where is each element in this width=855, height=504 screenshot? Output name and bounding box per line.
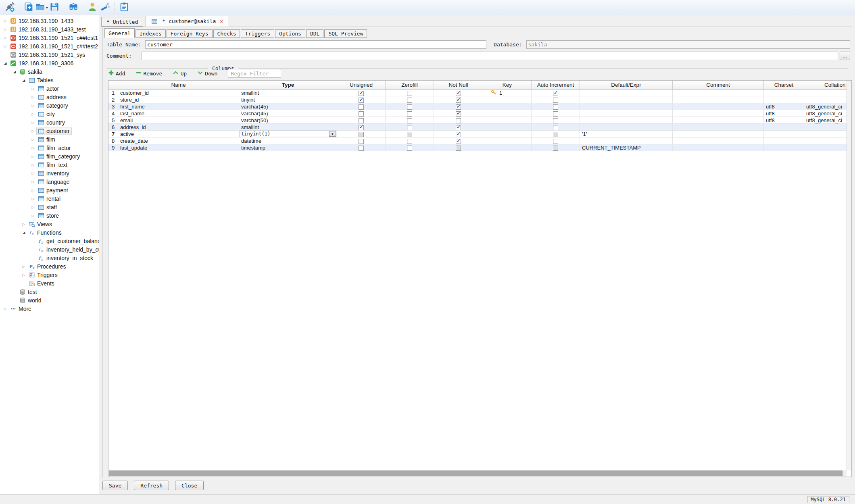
auto-increment[interactable] bbox=[532, 124, 580, 131]
zerofill[interactable] bbox=[386, 137, 434, 144]
zerofill[interactable] bbox=[386, 103, 434, 110]
not-null-checkbox[interactable] bbox=[456, 132, 461, 137]
designer-tab-options[interactable]: Options bbox=[275, 29, 305, 38]
tree-item-procedures[interactable]: ▷PxProcedures bbox=[0, 262, 99, 271]
column-name-cell[interactable]: customer_id bbox=[118, 90, 239, 96]
comment-cell[interactable] bbox=[673, 124, 764, 131]
expand-arrow-icon[interactable]: ▷ bbox=[30, 163, 36, 167]
auto-increment[interactable] bbox=[532, 96, 580, 103]
vertical-scrollbar[interactable] bbox=[847, 81, 851, 470]
expand-arrow-icon[interactable]: ▷ bbox=[2, 27, 8, 31]
comment-cell[interactable] bbox=[673, 117, 764, 124]
tree-item-rental[interactable]: ▷rental bbox=[0, 194, 99, 203]
default-expr-cell[interactable] bbox=[580, 124, 673, 131]
notes-button[interactable] bbox=[118, 1, 131, 14]
tree-item-more[interactable]: ▷More bbox=[0, 304, 99, 313]
auto-increment-checkbox[interactable] bbox=[553, 98, 558, 103]
designer-tab-foreign-keys[interactable]: Foreign Keys bbox=[167, 29, 213, 38]
zerofill-checkbox[interactable] bbox=[407, 125, 412, 130]
column-row-address-id[interactable]: 6address_idsmallint bbox=[108, 124, 847, 131]
tree-item-film-actor[interactable]: ▷film_actor bbox=[0, 144, 99, 152]
designer-tab-triggers[interactable]: Triggers bbox=[241, 29, 274, 38]
designer-tab-sql-preview[interactable]: SQL Preview bbox=[324, 29, 367, 38]
unsigned[interactable] bbox=[337, 137, 386, 144]
up-column-button[interactable]: Up bbox=[173, 70, 187, 77]
tree-item-192-168-31-190-1521-c-test2[interactable]: ▷192.168.31.190_1521_c##test2 bbox=[0, 42, 99, 50]
default-expr-cell[interactable] bbox=[580, 137, 673, 144]
collation-cell[interactable] bbox=[804, 90, 847, 96]
key-cell[interactable]: 1 bbox=[483, 90, 532, 96]
column-header-collation[interactable]: Collation bbox=[804, 81, 847, 90]
comment-cell[interactable] bbox=[673, 103, 764, 110]
expand-arrow-icon[interactable]: ▷ bbox=[30, 95, 36, 99]
not-null[interactable] bbox=[434, 90, 483, 96]
column-row-email[interactable]: 5emailvarchar(50)utf8utf8_general_ci bbox=[108, 117, 847, 124]
comment-cell[interactable] bbox=[673, 144, 764, 151]
comment-input[interactable] bbox=[142, 52, 838, 60]
column-header-auto-increment[interactable]: Auto Increment bbox=[532, 81, 580, 90]
default-expr-cell[interactable] bbox=[580, 117, 673, 124]
connect-button[interactable] bbox=[3, 1, 16, 14]
tree-item-triggers[interactable]: ▷Triggers bbox=[0, 271, 99, 279]
tree-item-category[interactable]: ▷category bbox=[0, 101, 99, 110]
charset-cell[interactable] bbox=[764, 90, 804, 96]
key-cell[interactable] bbox=[483, 137, 532, 144]
close-tab-icon[interactable]: ✕ bbox=[220, 18, 223, 24]
comment-cell[interactable] bbox=[673, 96, 764, 103]
column-row-last-name[interactable]: 4last_namevarchar(45)utf8utf8_general_ci bbox=[108, 110, 847, 117]
charset-cell[interactable]: utf8 bbox=[764, 110, 804, 117]
not-null-checkbox[interactable] bbox=[456, 146, 461, 151]
not-null[interactable] bbox=[434, 96, 483, 103]
unsigned-checkbox[interactable] bbox=[359, 132, 364, 137]
tree-item-192-168-31-190-1433-test[interactable]: ▷192.168.31.190_1433_test bbox=[0, 25, 99, 33]
collation-cell[interactable] bbox=[804, 124, 847, 131]
zerofill-checkbox[interactable] bbox=[407, 98, 412, 103]
zerofill[interactable] bbox=[386, 131, 434, 137]
tree-item-film-category[interactable]: ▷film_category bbox=[0, 152, 99, 160]
column-type-cell[interactable]: varchar(50) bbox=[239, 117, 337, 124]
not-null[interactable] bbox=[434, 144, 483, 151]
collation-cell[interactable]: utf8_general_ci bbox=[804, 103, 847, 110]
tree-item-192-168-31-190-3306[interactable]: ◢192.168.31.190_3306 bbox=[0, 59, 99, 67]
column-name-cell[interactable]: first_name bbox=[118, 103, 239, 110]
not-null-checkbox[interactable] bbox=[456, 125, 461, 130]
auto-increment-checkbox[interactable] bbox=[553, 146, 558, 151]
tree-item-inventory-in-stock[interactable]: fxinventory_in_stock bbox=[0, 254, 99, 262]
unsigned[interactable] bbox=[337, 117, 386, 124]
tree-item-sakila[interactable]: ◢sakila bbox=[0, 67, 99, 76]
add-column-button[interactable]: Add bbox=[108, 70, 125, 77]
zerofill[interactable] bbox=[386, 110, 434, 117]
refresh-button[interactable]: Refresh bbox=[134, 481, 169, 490]
key-cell[interactable] bbox=[483, 117, 532, 124]
tree-item-customer[interactable]: ▷customer bbox=[0, 127, 99, 135]
tree-item-city[interactable]: ▷city bbox=[0, 110, 99, 118]
table-name-input[interactable] bbox=[145, 40, 486, 49]
horizontal-scrollbar-thumb[interactable] bbox=[109, 471, 842, 476]
zerofill[interactable] bbox=[386, 144, 434, 151]
designer-tab-ddl[interactable]: DDL bbox=[306, 29, 323, 38]
column-header-type[interactable]: Type bbox=[239, 81, 337, 90]
expand-arrow-icon[interactable]: ▷ bbox=[2, 36, 8, 40]
regex-filter-input[interactable] bbox=[228, 69, 281, 78]
expand-arrow-icon[interactable]: ▷ bbox=[30, 171, 36, 175]
collation-cell[interactable] bbox=[804, 96, 847, 103]
expand-arrow-icon[interactable]: ▷ bbox=[30, 154, 36, 158]
not-null[interactable] bbox=[434, 117, 483, 124]
auto-increment[interactable] bbox=[532, 110, 580, 117]
column-type-cell[interactable]: smallint bbox=[239, 124, 337, 131]
tree-item-store[interactable]: ▷store bbox=[0, 211, 99, 220]
auto-increment[interactable] bbox=[532, 117, 580, 124]
comment-ellipsis-button[interactable]: ... bbox=[840, 52, 850, 60]
column-header-unsigned[interactable]: Unsigned bbox=[337, 81, 386, 90]
column-type-cell[interactable]: smallint bbox=[239, 90, 337, 96]
unsigned-checkbox[interactable] bbox=[359, 139, 364, 144]
tree-item-language[interactable]: ▷language bbox=[0, 177, 99, 186]
column-name-cell[interactable]: address_id bbox=[118, 124, 239, 131]
collation-cell[interactable] bbox=[804, 131, 847, 137]
not-null-checkbox[interactable] bbox=[456, 118, 461, 123]
key-cell[interactable] bbox=[483, 96, 532, 103]
column-name-cell[interactable]: last_name bbox=[118, 110, 239, 117]
key-cell[interactable] bbox=[483, 124, 532, 131]
designer-tab-checks[interactable]: Checks bbox=[213, 29, 240, 38]
zerofill-checkbox[interactable] bbox=[407, 111, 412, 117]
